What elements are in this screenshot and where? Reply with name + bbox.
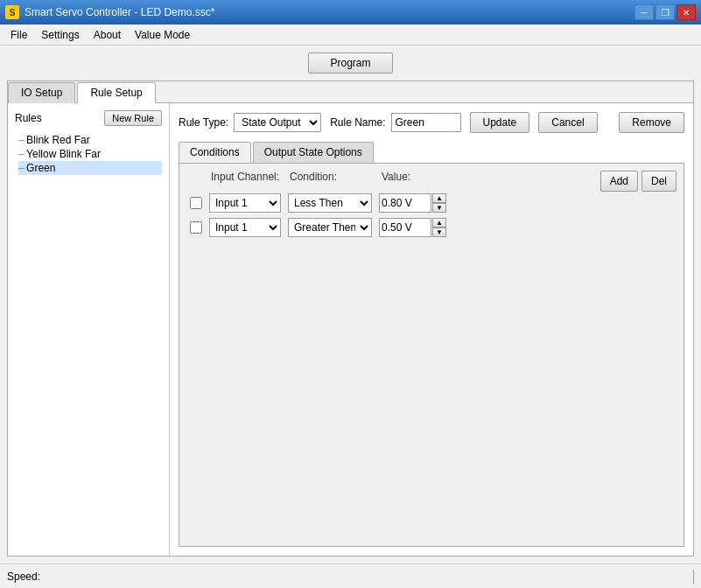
main-content: Program IO Setup Rule Setup Rules New Ru…: [0, 46, 701, 564]
remove-button[interactable]: Remove: [619, 112, 684, 133]
restore-button[interactable]: ❐: [655, 4, 675, 20]
status-divider: [693, 570, 694, 584]
menu-value-mode[interactable]: Value Mode: [128, 27, 197, 43]
spinner-down-2[interactable]: ▼: [432, 228, 446, 237]
update-button[interactable]: Update: [470, 112, 530, 133]
menu-bar: File Settings About Value Mode: [0, 24, 701, 46]
sidebar-header: Rules New Rule: [15, 110, 162, 126]
condition-row-2: Input 1 Input 2 Input 3 Less Then Greate…: [186, 218, 676, 237]
program-button[interactable]: Program: [308, 52, 392, 74]
condition-value-input-2[interactable]: [379, 218, 431, 237]
sidebar: Rules New Rule Blink Red Far Yellow Blin…: [8, 103, 170, 556]
condition-type-select-1[interactable]: Less Then Greater Then Equal To: [288, 193, 372, 213]
condition-spinner-1: ▲ ▼: [432, 193, 446, 213]
menu-about[interactable]: About: [87, 27, 128, 43]
rule-name-label: Rule Name:: [330, 116, 385, 129]
inner-tab-conditions[interactable]: Conditions: [179, 142, 251, 163]
rule-type-label: Rule Type:: [179, 116, 228, 129]
app-icon: S: [5, 5, 19, 19]
tab-io-setup[interactable]: IO Setup: [8, 82, 75, 103]
cancel-button[interactable]: Cancel: [538, 112, 597, 133]
title-text: Smart Servo Controller - LED Demo.ssc*: [25, 6, 634, 18]
condition-spinner-2: ▲ ▼: [432, 218, 446, 237]
tab-rule-setup[interactable]: Rule Setup: [77, 82, 155, 103]
rule-type-group: Rule Type: State Output: [179, 113, 321, 132]
rule-type-select[interactable]: State Output: [234, 113, 321, 132]
rule-item-green[interactable]: Green: [18, 161, 162, 175]
tab-content: Rules New Rule Blink Red Far Yellow Blin…: [8, 103, 693, 556]
program-bar: Program: [7, 52, 694, 74]
rule-item-yellow-blink-far[interactable]: Yellow Blink Far: [18, 147, 162, 161]
inner-tabs-row: Conditions Output State Options: [179, 142, 684, 163]
col-header-channel: Input Channel:: [207, 171, 286, 183]
menu-file[interactable]: File: [4, 27, 34, 43]
sidebar-title: Rules: [15, 112, 42, 124]
status-label: Speed:: [7, 570, 40, 583]
condition-type-select-2[interactable]: Less Then Greater Then Equal To: [288, 218, 372, 237]
rule-name-input[interactable]: [391, 113, 461, 132]
inner-tab-output-state[interactable]: Output State Options: [253, 142, 374, 163]
condition-channel-select-2[interactable]: Input 1 Input 2 Input 3: [209, 218, 281, 237]
del-button[interactable]: Del: [641, 171, 676, 192]
status-bar: Speed:: [0, 564, 701, 588]
tab-container: IO Setup Rule Setup Rules New Rule Blink…: [7, 80, 694, 556]
title-bar: S Smart Servo Controller - LED Demo.ssc*…: [0, 0, 701, 24]
spinner-up-2[interactable]: ▲: [432, 218, 446, 228]
tabs-row: IO Setup Rule Setup: [8, 81, 693, 103]
col-header-value: Value:: [378, 171, 457, 183]
add-del-buttons: Add Del: [600, 171, 676, 192]
window-controls: ─ ❐ ✕: [634, 4, 696, 20]
col-header-condition: Condition:: [286, 171, 378, 183]
conditions-panel: Add Del Input Channel: Condition: Value:: [179, 163, 684, 547]
minimize-button[interactable]: ─: [634, 4, 654, 20]
new-rule-button[interactable]: New Rule: [104, 110, 162, 126]
menu-settings[interactable]: Settings: [34, 27, 86, 43]
rules-tree: Blink Red Far Yellow Blink Far Green: [15, 133, 162, 175]
condition-value-input-1[interactable]: [379, 193, 431, 213]
rule-item-blink-red-far[interactable]: Blink Red Far: [18, 133, 162, 147]
right-panel: Rule Type: State Output Rule Name: Updat…: [170, 103, 693, 556]
spinner-up-1[interactable]: ▲: [432, 193, 446, 203]
add-button[interactable]: Add: [600, 171, 638, 192]
condition-channel-select-1[interactable]: Input 1 Input 2 Input 3: [209, 193, 281, 213]
condition-row-1: Input 1 Input 2 Input 3 Less Then Greate…: [186, 193, 676, 213]
spinner-down-1[interactable]: ▼: [432, 203, 446, 213]
close-button[interactable]: ✕: [676, 4, 696, 20]
condition-checkbox-2[interactable]: [190, 221, 202, 234]
rule-header: Rule Type: State Output Rule Name: Updat…: [179, 112, 684, 133]
condition-checkbox-1[interactable]: [190, 197, 202, 209]
rule-name-group: Rule Name:: [330, 113, 460, 132]
